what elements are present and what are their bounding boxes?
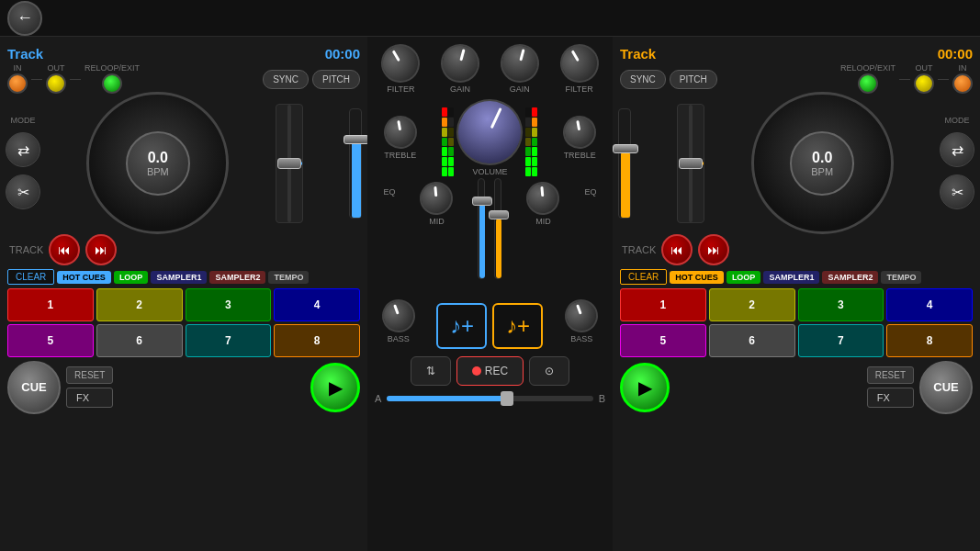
left-mode-btn-2[interactable]: ✂ [6, 174, 40, 209]
right-pitch-slider[interactable] [677, 104, 704, 223]
left-prev-track[interactable]: ⏮ [49, 234, 80, 265]
right-pitch-button[interactable]: PITCH [670, 70, 717, 89]
right-deck-time: 00:00 [938, 46, 973, 62]
left-add-track-button[interactable]: ♪+ [436, 303, 487, 349]
right-reloop-led[interactable] [858, 73, 878, 94]
in-led[interactable] [7, 73, 28, 94]
right-bass-knob[interactable] [560, 295, 603, 337]
left-treble-knob[interactable] [381, 113, 420, 152]
right-in-led[interactable] [952, 73, 973, 94]
right-next-track[interactable]: ⏭ [698, 234, 729, 265]
right-pad-4[interactable]: 4 [886, 288, 973, 321]
left-bass-knob[interactable] [377, 295, 420, 337]
right-hot-cues-tab[interactable]: HOT CUES [670, 271, 724, 284]
right-pad-8[interactable]: 8 [886, 324, 973, 357]
left-jog-center: 0.0 BPM [126, 131, 190, 196]
out-led[interactable] [46, 73, 66, 94]
left-pad-3[interactable]: 3 [186, 288, 272, 321]
topbar: ← [0, 0, 980, 37]
left-play-button[interactable]: ▶ [310, 363, 360, 412]
left-tempo-tab[interactable]: TEMPO [268, 271, 309, 284]
right-pad-2[interactable]: 2 [709, 288, 795, 321]
left-sync-button[interactable]: SYNC [263, 70, 309, 89]
left-sampler1-tab[interactable]: SAMPLER1 [151, 271, 207, 284]
mixer-adjust-button[interactable]: ⇅ [411, 356, 451, 386]
left-reset-button[interactable]: RESET [66, 366, 113, 384]
right-track-label: TRACK [622, 245, 656, 255]
right-out-label: OUT [916, 64, 933, 73]
right-mode-btn-1[interactable]: ⇄ [940, 132, 974, 167]
left-deck-title: Track [7, 46, 43, 62]
right-deck: Track 00:00 IN — OUT — RELOOP/EXIT PITCH… [613, 37, 980, 551]
right-reset-button[interactable]: RESET [867, 366, 914, 384]
left-clear-button[interactable]: CLEAR [7, 269, 54, 285]
left-pitch-button[interactable]: PITCH [312, 70, 360, 89]
left-deck-header: Track 00:00 [0, 40, 367, 66]
right-clear-button[interactable]: CLEAR [620, 269, 667, 285]
right-pad-1[interactable]: 1 [620, 288, 706, 321]
left-filter-label: FILTER [387, 84, 414, 94]
right-mode-btn-2[interactable]: ✂ [940, 174, 974, 209]
right-pads-section: CLEAR HOT CUES LOOP SAMPLER1 SAMPLER2 TE… [613, 265, 980, 357]
mixer: FILTER GAIN GAIN FILTER TREBLE [367, 37, 613, 551]
left-jog-area: MODE ⇄ ✂ 0.0 BPM [0, 92, 367, 234]
left-fx-button[interactable]: FX [66, 388, 113, 408]
back-button[interactable]: ← [7, 1, 42, 36]
rec-button[interactable]: REC [456, 356, 524, 386]
right-pad-5[interactable]: 5 [620, 324, 706, 357]
right-sampler1-tab[interactable]: SAMPLER1 [763, 271, 819, 284]
right-treble-knob[interactable] [560, 113, 599, 152]
right-fx-button[interactable]: FX [867, 388, 914, 408]
right-channel-fader[interactable] [618, 108, 631, 219]
left-gain-label: GAIN [450, 84, 470, 94]
right-filter-label: FILTER [565, 84, 592, 94]
right-out-led[interactable] [914, 73, 934, 94]
left-pad-2[interactable]: 2 [96, 288, 183, 321]
right-gain-knob[interactable] [496, 39, 543, 86]
left-pad-7[interactable]: 7 [186, 324, 272, 357]
crossfader[interactable] [387, 396, 592, 401]
right-pad-7[interactable]: 7 [798, 324, 884, 357]
left-jog-wheel[interactable]: 0.0 BPM [86, 92, 229, 234]
right-add-track-button[interactable]: ♪+ [492, 303, 543, 349]
right-jog-wheel[interactable]: 0.0 BPM [751, 92, 894, 234]
volume-knob[interactable] [446, 88, 535, 176]
left-next-track[interactable]: ⏭ [85, 234, 117, 265]
right-sampler2-tab[interactable]: SAMPLER2 [822, 271, 878, 284]
left-mode-btn-1[interactable]: ⇄ [6, 132, 40, 167]
left-mid-label: MID [429, 217, 445, 226]
in-label: IN [14, 64, 22, 73]
right-pad-6[interactable]: 6 [709, 324, 795, 357]
right-bass-label: BASS [570, 334, 592, 343]
left-pad-6[interactable]: 6 [96, 324, 183, 357]
left-channel-fader[interactable] [349, 108, 362, 219]
left-loop-tab[interactable]: LOOP [114, 271, 149, 284]
left-pad-5[interactable]: 5 [7, 324, 94, 357]
left-filter-knob[interactable] [375, 37, 427, 89]
right-treble-label: TREBLE [564, 151, 596, 160]
right-cue-button[interactable]: CUE [919, 361, 973, 414]
right-play-button[interactable]: ▶ [620, 363, 670, 412]
left-sampler2-tab[interactable]: SAMPLER2 [209, 271, 265, 284]
left-hot-cues-tab[interactable]: HOT CUES [57, 271, 111, 284]
reloop-led[interactable] [102, 73, 122, 94]
left-pad-4[interactable]: 4 [274, 288, 360, 321]
left-gain-knob[interactable] [436, 39, 483, 86]
right-mid-label: MID [535, 217, 551, 226]
left-cue-button[interactable]: CUE [7, 361, 61, 414]
headphone-button[interactable]: ⊙ [529, 356, 569, 386]
left-pad-8[interactable]: 8 [274, 324, 360, 357]
right-prev-track[interactable]: ⏮ [661, 234, 693, 265]
left-mid-knob[interactable] [419, 180, 455, 216]
right-filter-knob[interactable] [553, 37, 605, 89]
crossfader-a-label: A [375, 393, 381, 404]
right-loop-tab[interactable]: LOOP [727, 271, 761, 284]
right-sync-button[interactable]: SYNC [620, 70, 666, 89]
right-mid-knob[interactable] [525, 180, 561, 216]
left-pad-1[interactable]: 1 [7, 288, 94, 321]
right-pad-3[interactable]: 3 [798, 288, 884, 321]
right-deck-controls: IN — OUT — RELOOP/EXIT PITCH SYNC [613, 66, 980, 92]
left-pitch-slider[interactable] [276, 104, 303, 223]
right-deck-title: Track [620, 46, 656, 62]
right-tempo-tab[interactable]: TEMPO [881, 271, 921, 284]
